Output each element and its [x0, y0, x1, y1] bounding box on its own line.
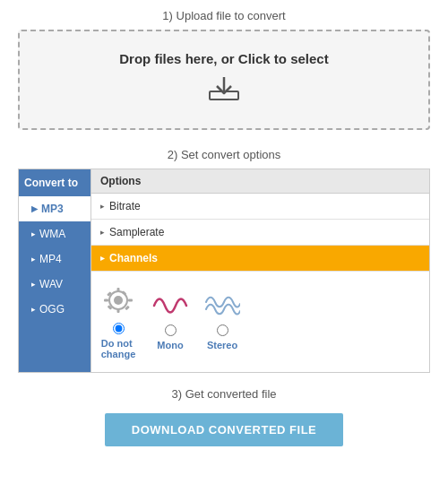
donotchange-radio-row [113, 323, 125, 334]
radio-stereo[interactable] [217, 324, 228, 336]
arrow-icon-mp3: ▶ [31, 204, 38, 213]
arrow-icon-wma: ▸ [31, 229, 36, 238]
arrow-icon-wav: ▸ [31, 280, 36, 289]
radio-mono[interactable] [165, 324, 177, 336]
stereo-icon [204, 293, 240, 321]
channel-option-stereo[interactable]: Stereo [204, 293, 240, 350]
donotchange-label: Do notchange [101, 338, 136, 359]
channels-panel: Do notchange Mono [91, 272, 429, 372]
channel-option-mono[interactable]: Mono [152, 293, 188, 350]
sidebar-item-mp4[interactable]: ▸ MP4 [19, 246, 90, 272]
options-header: Options [91, 169, 429, 194]
svg-rect-5 [117, 308, 120, 313]
page-wrapper: 1) Upload file to convert Drop files her… [0, 0, 448, 455]
sidebar-label-wma: WMA [39, 228, 65, 240]
step3-section: 3) Get converted file DOWNLOAD CONVERTED… [18, 387, 430, 446]
arrow-icon-channels: ▸ [100, 254, 105, 263]
sidebar-label-ogg: OGG [39, 303, 65, 316]
sidebar-header: Convert to [19, 169, 90, 196]
arrow-icon-mp4: ▸ [31, 255, 36, 264]
sidebar: Convert to ▶ MP3 ▸ WMA ▸ MP4 ▸ WAV [19, 169, 90, 372]
arrow-icon-samplerate: ▸ [100, 228, 105, 237]
drop-zone[interactable]: Drop files here, or Click to select [18, 30, 430, 130]
step3-label: 3) Get converted file [18, 387, 430, 401]
svg-rect-6 [104, 299, 108, 302]
option-label-bitrate: Bitrate [109, 200, 141, 212]
sidebar-label-wav: WAV [39, 278, 63, 290]
donotchange-icon [100, 284, 136, 319]
sidebar-item-mp3[interactable]: ▶ MP3 [19, 196, 90, 221]
step2-section: 2) Set convert options Convert to ▶ MP3 … [18, 148, 430, 373]
sidebar-item-ogg[interactable]: ▸ OGG [19, 297, 90, 322]
stereo-radio-row [217, 324, 228, 336]
svg-point-3 [114, 296, 123, 305]
upload-icon [208, 75, 240, 108]
radio-donotchange[interactable] [113, 323, 125, 334]
option-row-bitrate[interactable]: ▸ Bitrate [91, 194, 429, 220]
sidebar-item-wma[interactable]: ▸ WMA [19, 221, 90, 246]
option-label-samplerate: Samplerate [109, 226, 164, 238]
svg-rect-4 [117, 288, 120, 292]
sidebar-item-wav[interactable]: ▸ WAV [19, 272, 90, 297]
option-row-channels[interactable]: ▸ Channels [91, 246, 429, 272]
step2-label: 2) Set convert options [18, 148, 430, 161]
option-row-samplerate[interactable]: ▸ Samplerate [91, 220, 429, 246]
channel-option-donotchange[interactable]: Do notchange [100, 284, 136, 359]
options-main: Options ▸ Bitrate ▸ Samplerate ▸ Channel… [90, 169, 429, 372]
mono-label: Mono [157, 340, 183, 350]
options-panel: Convert to ▶ MP3 ▸ WMA ▸ MP4 ▸ WAV [18, 169, 430, 373]
sidebar-label-mp3: MP3 [41, 203, 64, 215]
mono-icon [152, 293, 188, 321]
mono-radio-row [165, 324, 177, 336]
step1-label: 1) Upload file to convert [18, 9, 430, 22]
stereo-label: Stereo [207, 340, 237, 350]
dropzone-text: Drop files here, or Click to select [38, 51, 410, 66]
download-button[interactable]: DOWNLOAD CONVERTED FILE [105, 413, 344, 446]
option-label-channels: Channels [109, 252, 158, 264]
arrow-icon-ogg: ▸ [31, 305, 36, 314]
sidebar-label-mp4: MP4 [39, 253, 62, 265]
arrow-icon-bitrate: ▸ [100, 202, 105, 211]
svg-rect-7 [128, 299, 133, 302]
